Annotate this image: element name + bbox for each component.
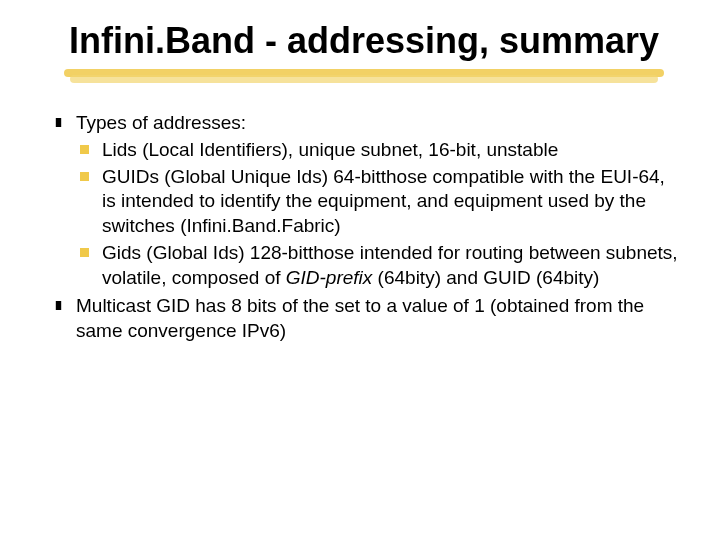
list-item: GUIDs (Global Unique Ids) 64-bitthose co…	[76, 165, 680, 239]
bullet-text-post: (64bity) and GUID (64bity)	[372, 267, 599, 288]
slide-title: Infini.Band - addressing, summary	[68, 20, 660, 61]
content-area: Types of addresses: Lids (Local Identifi…	[48, 111, 680, 343]
bullet-text: GUIDs (Global Unique Ids) 64-bitthose co…	[102, 166, 665, 236]
title-underline	[64, 69, 664, 87]
bullet-text: Lids (Local Identifiers), unique subnet,…	[102, 139, 558, 160]
list-item: Lids (Local Identifiers), unique subnet,…	[76, 138, 680, 163]
bullet-text: Multicast GID has 8 bits of the set to a…	[76, 295, 644, 341]
bullet-text-italic: GID-prefix	[286, 267, 373, 288]
list-item: Types of addresses: Lids (Local Identifi…	[48, 111, 680, 290]
bullet-text: Types of addresses:	[76, 112, 246, 133]
slide: Infini.Band - addressing, summary Types …	[0, 0, 720, 540]
list-item: Gids (Global Ids) 128-bitthose intended …	[76, 241, 680, 290]
bullet-list: Types of addresses: Lids (Local Identifi…	[48, 111, 680, 343]
title-block: Infini.Band - addressing, summary	[48, 20, 680, 61]
underline-stroke-icon	[70, 75, 658, 83]
sub-bullet-list: Lids (Local Identifiers), unique subnet,…	[76, 138, 680, 290]
list-item: Multicast GID has 8 bits of the set to a…	[48, 294, 680, 343]
